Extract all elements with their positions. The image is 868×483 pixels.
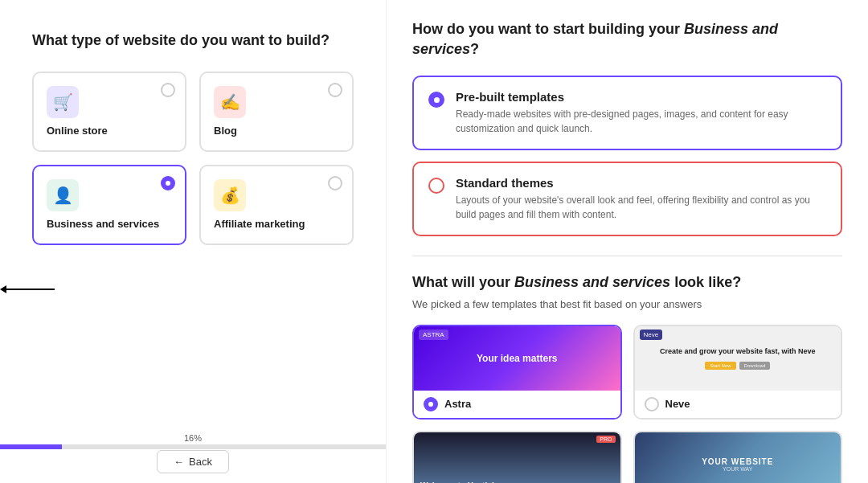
neve-tagline: Create and grow your website fast, with … (660, 346, 816, 357)
look-heading-italic: Business and services (514, 274, 670, 290)
neve-footer: Neve (635, 391, 841, 418)
astra-tagline: Your idea matters (477, 353, 557, 364)
affiliate-label: Affiliate marketing (214, 218, 339, 230)
back-label: Back (189, 456, 212, 468)
progress-bar-fill (0, 444, 62, 449)
progress-label: 16% (184, 433, 202, 443)
affiliate-icon: 💰 (214, 179, 246, 211)
neve-buttons: Start Now Download (705, 362, 770, 370)
blog-icon: ✍️ (214, 86, 246, 118)
astra-name: Astra (444, 398, 471, 410)
oceanwp-sub: YOUR WAY (723, 466, 752, 472)
oceanwp-title: YOUR WEBSITE (702, 457, 773, 466)
progress-bar-container (0, 444, 386, 449)
standard-description: Layouts of your website's overall look a… (456, 193, 826, 222)
astra-thumbnail: ASTRA Your idea matters (414, 326, 620, 391)
business-radio (161, 176, 175, 190)
hestia-thumb-inner: Welcome to Hestia! PRO (414, 432, 620, 483)
neve-start-btn: Start Now (705, 362, 735, 370)
template-card-neve[interactable]: Neve Create and grow your website fast, … (633, 325, 843, 420)
neve-logo-badge: Neve (640, 330, 663, 340)
prebuilt-text: Pre-built templates Ready-made websites … (456, 90, 826, 136)
back-arrow-icon: ← (174, 456, 184, 468)
back-button-container: ← Back (157, 450, 229, 473)
neve-download-btn: Download (739, 362, 771, 370)
astra-logo-badge: ASTRA (419, 330, 448, 340)
oceanwp-thumbnail: YOUR WEBSITE YOUR WAY (635, 432, 841, 483)
astra-footer: Astra (414, 391, 620, 418)
template-card-hestia[interactable]: Welcome to Hestia! PRO Hestia (412, 431, 622, 483)
hestia-pro-badge: PRO (596, 436, 615, 443)
type-card-business[interactable]: 👤 Business and services (32, 165, 186, 245)
oceanwp-thumb-inner: YOUR WEBSITE YOUR WAY (635, 432, 841, 483)
build-option-prebuilt[interactable]: Pre-built templates Ready-made websites … (412, 76, 842, 150)
prebuilt-description: Ready-made websites with pre-designed pa… (456, 107, 826, 136)
section-divider (412, 256, 842, 256)
online-store-label: Online store (47, 125, 172, 137)
build-option-standard[interactable]: Standard themes Layouts of your website'… (412, 162, 842, 236)
build-heading-suffix: ? (470, 41, 479, 57)
standard-radio (428, 178, 444, 194)
prebuilt-radio (428, 92, 444, 108)
type-card-blog[interactable]: ✍️ Blog (199, 72, 354, 152)
template-card-oceanwp[interactable]: YOUR WEBSITE YOUR WAY OceanWP (633, 431, 843, 483)
business-label: Business and services (47, 218, 172, 230)
neve-thumbnail: Neve Create and grow your website fast, … (635, 326, 841, 391)
hestia-thumbnail: Welcome to Hestia! PRO (414, 432, 620, 483)
template-grid: ASTRA Your idea matters Astra Neve Creat… (412, 325, 842, 483)
neve-name: Neve (665, 398, 690, 410)
business-icon: 👤 (47, 179, 79, 211)
blog-label: Blog (214, 125, 339, 137)
standard-text: Standard themes Layouts of your website'… (456, 176, 826, 222)
build-heading: How do you want to start building your B… (412, 19, 842, 59)
look-heading: What will your Business and services loo… (412, 272, 842, 293)
online-store-icon: 🛒 (47, 86, 79, 118)
blog-radio (328, 83, 342, 97)
template-card-astra[interactable]: ASTRA Your idea matters Astra (412, 325, 622, 420)
look-subtitle: We picked a few templates that best fit … (412, 298, 842, 310)
neve-radio (645, 397, 659, 411)
look-heading-prefix: What will your (412, 274, 514, 290)
type-card-online-store[interactable]: 🛒 Online store (32, 72, 186, 152)
right-panel: How do you want to start building your B… (386, 0, 868, 483)
left-panel: What type of website do you want to buil… (0, 0, 386, 483)
standard-label: Standard themes (456, 176, 826, 190)
neve-thumb-inner: Neve Create and grow your website fast, … (635, 326, 841, 391)
online-store-radio (161, 83, 175, 97)
build-heading-prefix: How do you want to start building your (412, 21, 684, 37)
left-heading: What type of website do you want to buil… (32, 32, 354, 49)
astra-radio (424, 397, 438, 411)
selection-arrow (0, 285, 55, 293)
build-options: Pre-built templates Ready-made websites … (412, 76, 842, 236)
look-section: What will your Business and services loo… (412, 272, 842, 483)
astra-thumb-inner: ASTRA Your idea matters (414, 326, 620, 391)
affiliate-radio (328, 176, 342, 190)
look-heading-suffix: look like? (670, 274, 741, 290)
prebuilt-label: Pre-built templates (456, 90, 826, 104)
back-button[interactable]: ← Back (157, 450, 229, 473)
website-type-grid: 🛒 Online store ✍️ Blog 👤 Business and se… (32, 72, 354, 245)
type-card-affiliate[interactable]: 💰 Affiliate marketing (199, 165, 354, 245)
